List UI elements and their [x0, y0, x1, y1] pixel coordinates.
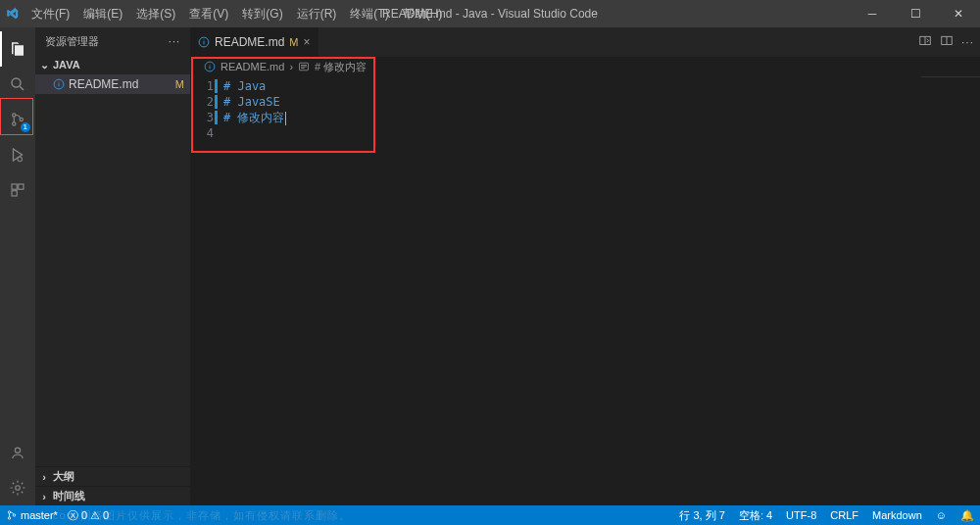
tab-label: README.md [215, 35, 284, 49]
split-editor-icon[interactable] [940, 34, 954, 51]
account-icon[interactable] [0, 435, 35, 470]
close-button[interactable]: ✕ [937, 0, 980, 27]
editor-area: README.md M × ··· README.md › # 修改内容 1 2… [190, 27, 980, 505]
svg-rect-5 [12, 184, 17, 189]
menu-run[interactable]: 运行(R) [291, 2, 343, 26]
cursor-position[interactable]: 行 3, 列 7 [679, 508, 724, 523]
menu-edit[interactable]: 编辑(E) [77, 2, 128, 26]
close-icon[interactable]: × [304, 35, 311, 49]
search-icon[interactable] [0, 67, 35, 102]
editor-tabs: README.md M × ··· [190, 27, 980, 57]
notifications-icon[interactable]: 🔔 [960, 508, 974, 523]
titlebar: 文件(F) 编辑(E) 选择(S) 查看(V) 转到(G) 运行(R) 终端(T… [0, 0, 980, 27]
menu-select[interactable]: 选择(S) [130, 2, 181, 26]
svg-point-8 [15, 448, 20, 453]
feedback-icon[interactable]: ☺ [936, 508, 947, 523]
explorer-icon[interactable] [0, 31, 35, 67]
more-editor-icon[interactable]: ··· [961, 35, 974, 49]
minimize-button[interactable]: ─ [851, 0, 894, 27]
activity-bar: 1 [0, 27, 35, 505]
explorer-sidebar: 资源管理器 ··· ⌄ JAVA README.md M › 大纲 › 时间线 [35, 27, 190, 505]
language-mode[interactable]: Markdown [872, 508, 922, 523]
minimap[interactable] [921, 76, 980, 100]
svg-point-17 [8, 517, 10, 519]
window-title: README.md - Java - Visual Studio Code [382, 7, 598, 21]
breadcrumb-file: README.md [220, 61, 284, 72]
run-debug-icon[interactable] [0, 137, 35, 172]
vscode-logo [0, 7, 25, 21]
file-item-readme[interactable]: README.md M [35, 74, 190, 94]
chevron-right-icon: › [289, 61, 293, 72]
scm-badge: 1 [21, 122, 30, 132]
svg-point-4 [18, 157, 23, 162]
breadcrumb-section: # 修改内容 [315, 60, 367, 74]
svg-point-18 [13, 514, 15, 516]
chevron-right-icon: › [39, 471, 49, 483]
open-preview-icon[interactable] [918, 34, 932, 51]
svg-point-1 [13, 114, 16, 117]
svg-point-16 [8, 511, 10, 513]
file-label: README.md [69, 77, 138, 91]
outline-section[interactable]: › 大纲 [35, 466, 190, 486]
chevron-right-icon: › [39, 491, 49, 502]
svg-rect-6 [19, 184, 24, 189]
maximize-button[interactable]: ☐ [894, 0, 937, 27]
code-editor[interactable]: 1 2 3 4 # Java # JavaSE # 修改内容 [190, 76, 980, 141]
timeline-section[interactable]: › 时间线 [35, 486, 190, 505]
section-icon [298, 61, 310, 72]
watermark-text: .com 网络图片仅供展示，非存储，如有侵权请联系删除。 [49, 508, 351, 523]
tab-git-modifier: M [289, 36, 298, 48]
svg-point-9 [16, 486, 21, 491]
svg-point-3 [20, 118, 23, 120]
menu-goto[interactable]: 转到(G) [236, 2, 288, 26]
branch-icon [6, 509, 18, 521]
svg-rect-7 [12, 191, 17, 196]
breadcrumb[interactable]: README.md › # 修改内容 [190, 57, 980, 76]
svg-point-0 [12, 78, 21, 87]
chevron-down-icon: ⌄ [39, 59, 49, 72]
menu-view[interactable]: 查看(V) [183, 2, 234, 26]
status-bar: master* ⓧ0 ⚠0 .com 网络图片仅供展示，非存储，如有侵权请联系删… [0, 505, 980, 525]
extensions-icon[interactable] [0, 172, 35, 208]
text-cursor [285, 112, 286, 125]
menu-file[interactable]: 文件(F) [25, 2, 75, 26]
tab-readme[interactable]: README.md M × [190, 27, 319, 57]
indentation[interactable]: 空格: 4 [739, 508, 772, 523]
more-icon[interactable]: ··· [169, 35, 180, 47]
git-modifier: M [175, 78, 190, 90]
eol[interactable]: CRLF [830, 508, 858, 523]
encoding[interactable]: UTF-8 [786, 508, 816, 523]
folder-root[interactable]: ⌄ JAVA [35, 55, 190, 74]
info-icon [53, 78, 65, 90]
info-icon [204, 61, 216, 72]
source-control-icon[interactable]: 1 [0, 102, 35, 137]
line-gutter: 1 2 3 4 [190, 78, 223, 141]
settings-icon[interactable] [0, 470, 35, 505]
info-icon [198, 36, 210, 48]
sidebar-title: 资源管理器 [45, 34, 99, 49]
svg-point-2 [13, 122, 16, 125]
